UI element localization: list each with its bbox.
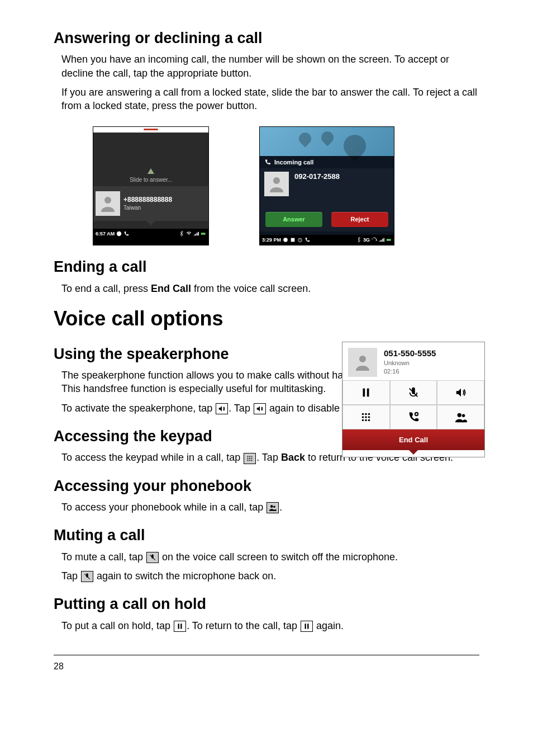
svg-rect-3 (205, 233, 206, 234)
svg-point-26 (248, 456, 249, 457)
svg-rect-12 (367, 388, 369, 396)
status-time: 3:29 PM (262, 237, 281, 243)
incoming-call-bar: Incoming call (260, 156, 394, 169)
caller-unknown: Unknown (384, 359, 436, 367)
in-call-button-grid (342, 380, 484, 429)
heading-hold: Putting a call on hold (54, 594, 479, 614)
svg-rect-8 (387, 239, 391, 241)
add-call-button[interactable] (390, 405, 437, 429)
mute-button[interactable] (390, 380, 437, 405)
svg-point-34 (251, 460, 253, 461)
caller-avatar (264, 172, 289, 196)
svg-point-21 (365, 419, 367, 421)
phone-icon (304, 237, 310, 243)
para-ending: To end a call, press End Call from the v… (61, 282, 479, 295)
figure-row-incoming: Slide to answer... +888888888888 Taiwan … (93, 126, 479, 246)
signal-icon (379, 237, 384, 243)
phone-icon (123, 231, 129, 237)
svg-point-10 (359, 356, 366, 362)
mute-icon (81, 571, 93, 582)
para-muting-2: Tap again to switch the microphone back … (61, 569, 479, 583)
svg-point-35 (270, 505, 273, 508)
speaker-icon (254, 403, 266, 414)
bluetooth-icon (356, 237, 361, 243)
status-bar: 6:57 AM (93, 229, 208, 239)
caller-number: +888888888888 (123, 195, 172, 204)
svg-point-14 (362, 413, 364, 415)
svg-point-4 (273, 177, 280, 184)
reject-button[interactable]: Reject (331, 212, 388, 227)
expand-notch (93, 221, 208, 229)
svg-point-15 (365, 413, 367, 415)
caller-avatar (348, 348, 377, 377)
sync-icon (372, 237, 377, 243)
speaker-button[interactable] (437, 380, 484, 405)
svg-rect-9 (391, 239, 391, 240)
heading-muting: Muting a call (54, 525, 479, 545)
svg-rect-11 (363, 388, 365, 396)
pause-icon (301, 621, 313, 632)
answer-button[interactable]: Answer (265, 212, 322, 227)
para-hold: To put a call on hold, tap . To return t… (61, 619, 479, 632)
status-time: 6:57 AM (96, 230, 115, 237)
speaker-icon (216, 403, 228, 414)
battery-icon (201, 231, 206, 237)
battery-icon (386, 237, 392, 243)
footer-rule (54, 655, 479, 655)
network-label: 3G (363, 237, 370, 243)
figure-locked-phone: Slide to answer... +888888888888 Taiwan … (93, 126, 209, 246)
page-number: 28 (54, 660, 479, 673)
status-icon (283, 237, 288, 243)
svg-rect-6 (291, 238, 295, 242)
slide-to-answer-label: Slide to answer... (130, 176, 172, 184)
incoming-call-label: Incoming call (274, 158, 313, 167)
svg-rect-42 (307, 623, 308, 629)
svg-point-24 (457, 413, 461, 417)
svg-point-0 (104, 197, 111, 204)
caller-number: 092-017-2588 (294, 172, 340, 181)
svg-point-5 (283, 238, 288, 243)
contacts-button[interactable] (437, 405, 484, 429)
svg-point-36 (273, 506, 275, 508)
svg-rect-39 (178, 623, 179, 629)
svg-point-30 (249, 457, 250, 459)
phone-speaker-strip (93, 127, 208, 133)
caller-avatar (96, 191, 120, 216)
svg-point-22 (368, 419, 370, 421)
svg-point-33 (249, 460, 250, 461)
svg-point-29 (248, 457, 249, 459)
svg-point-28 (251, 456, 253, 457)
info-icon (116, 231, 122, 237)
figure-in-call-panel: 051-550-5555 Unknown 02:16 End Call (342, 342, 485, 458)
heading-voice-options: Voice call options (54, 305, 479, 333)
heading-phonebook: Accessing your phonebook (54, 476, 479, 496)
svg-point-17 (362, 416, 364, 418)
bluetooth-icon (179, 231, 184, 237)
pause-icon (174, 621, 186, 632)
svg-rect-2 (201, 233, 206, 234)
svg-point-18 (365, 416, 367, 418)
svg-point-25 (461, 414, 465, 417)
svg-point-16 (368, 413, 370, 415)
status-bar: 3:29 PM 3G (260, 235, 394, 245)
contacts-icon (266, 502, 279, 513)
heading-answering: Answering or declining a call (54, 28, 479, 48)
slide-to-answer-zone: Slide to answer... (93, 133, 208, 186)
hold-button[interactable] (342, 380, 390, 405)
svg-point-20 (362, 419, 364, 421)
caller-row: 092-017-2588 (260, 168, 394, 206)
para-answering-2: If you are answering a call from a locke… (61, 86, 479, 113)
svg-point-19 (368, 416, 370, 418)
end-call-button[interactable]: End Call (342, 429, 484, 451)
keypad-button[interactable] (342, 405, 390, 429)
signal-icon (193, 231, 199, 237)
para-muting-1: To mute a call, tap on the voice call sc… (61, 550, 479, 564)
answer-reject-row: Answer Reject (260, 206, 394, 231)
para-answering-1: When you have an incoming call, the numb… (61, 53, 479, 80)
alarm-icon (297, 237, 303, 243)
call-timer: 02:16 (384, 367, 436, 376)
svg-point-27 (249, 456, 250, 457)
heading-ending: Ending a call (54, 257, 479, 277)
figure-incoming-phone: Incoming call 092-017-2588 Answer Reject… (259, 126, 394, 246)
svg-rect-40 (180, 623, 182, 629)
